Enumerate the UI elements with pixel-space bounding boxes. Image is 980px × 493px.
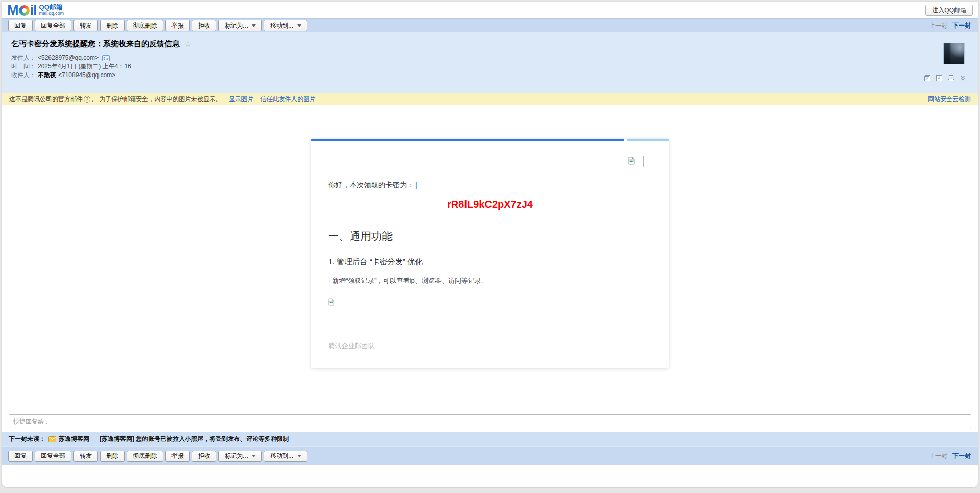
card-accent-border [311, 139, 669, 141]
print-icon[interactable] [947, 75, 955, 82]
attachment-thumbnail[interactable] [943, 43, 965, 64]
greeting-text: 你好，本次领取的卡密为：| [328, 181, 418, 190]
move-to-dropdown[interactable]: 移动到... [264, 20, 307, 31]
qqmail-logo: Mil QQ邮箱 mail.qq.com [7, 4, 64, 17]
warning-text-prefix: 这不是腾讯公司的官方邮件 [9, 95, 83, 104]
warning-text-suffix: 。 为了保护邮箱安全，内容中的图片未被显示。 [91, 95, 222, 104]
mark-as-dropdown[interactable]: 标记为... [218, 20, 262, 31]
next-mail-link[interactable]: 下一封 [952, 22, 971, 29]
mail-content-area: 你好，本次领取的卡密为：| rR8lL9kC2pX7zJ4 一、通用功能 1. … [2, 105, 978, 413]
unread-mail-icon [48, 436, 56, 442]
section-title: 一、通用功能 [328, 229, 393, 243]
top-mail-nav: 上一封下一封 [929, 21, 971, 30]
logo-letters-il: il [30, 4, 37, 17]
forward-button[interactable]: 转发 [74, 451, 98, 462]
time-label: 时 间： [11, 62, 36, 71]
security-warning-bar: 这不是腾讯公司的官方邮件 ? 。 为了保护邮箱安全，内容中的图片未被显示。 显示… [2, 93, 978, 105]
logo-qqmail-label: QQ邮箱 [39, 4, 64, 10]
plain-text-icon[interactable] [924, 75, 931, 82]
to-address: <7108945@qq.com> [58, 71, 115, 80]
card-key-code: rR8lL9kC2pX7zJ4 [311, 199, 669, 210]
mail-signature: 腾讯企业邮团队 [328, 341, 375, 351]
next-unread-bar: 下一封未读： 苏逸博客网 [苏逸博客网] 您的账号已被拉入小黑屋，将受到发布、评… [2, 432, 978, 446]
next-mail-link[interactable]: 下一封 [952, 452, 971, 459]
report-button[interactable]: 举报 [165, 20, 190, 31]
feature-bullet: · 新增“领取记录”，可以查看ip、浏览器、访问等记录。 [328, 276, 488, 285]
contact-card-icon[interactable] [102, 55, 110, 61]
logo-caption: QQ邮箱 mail.qq.com [39, 4, 64, 16]
move-to-dropdown[interactable]: 移动到... [264, 451, 307, 462]
blocked-image-placeholder [627, 156, 644, 167]
top-toolbar: 回复 回复全部 转发 删除 彻底删除 举报 拒收 标记为... 移动到... 上… [2, 18, 978, 32]
logo-circle-icon [19, 5, 30, 16]
text-cursor: | [415, 181, 418, 189]
time-value: 2025年4月1日 (星期二) 上午4：16 [38, 62, 131, 71]
logo-domain-label: mail.qq.com [39, 10, 64, 16]
from-label: 发件人： [11, 54, 36, 62]
delete-button[interactable]: 删除 [100, 20, 125, 31]
broken-image-icon [328, 298, 334, 308]
mail-subject: 乞丐卡密分发系统提醒您：系统收来自的反馈信息 [11, 39, 180, 49]
bottom-whitespace [2, 465, 978, 487]
bottom-mail-nav: 上一封下一封 [929, 452, 971, 460]
enter-qqmail-button[interactable]: 进入QQ邮箱 [925, 5, 973, 16]
brand-bar: Mil QQ邮箱 mail.qq.com 进入QQ邮箱 [2, 2, 978, 18]
forward-button[interactable]: 转发 [74, 20, 98, 31]
mark-as-dropdown[interactable]: 标记为... [218, 451, 262, 462]
trust-sender-images-link[interactable]: 信任此发件人的图片 [260, 95, 315, 104]
next-unread-label: 下一封未读： [9, 435, 45, 443]
mail-meta: 发件人： <52628975@qq.com> 时 间： 2025年4月1日 (星… [11, 54, 978, 80]
collapse-header-icon[interactable] [960, 75, 966, 82]
reply-all-button[interactable]: 回复全部 [35, 451, 71, 462]
delete-button[interactable]: 删除 [100, 451, 125, 462]
broken-image-icon [628, 157, 635, 167]
star-icon[interactable]: ☆ [184, 39, 192, 50]
to-name[interactable]: 不熬夜 [38, 71, 56, 80]
to-label: 收件人： [11, 71, 36, 80]
feature-item-title: 1. 管理后台 “卡密分发” 优化 [328, 257, 423, 267]
unread-sender[interactable]: 苏逸博客网 [59, 435, 89, 443]
report-button[interactable]: 举报 [165, 451, 190, 462]
prev-mail-link[interactable]: 上一封 [929, 22, 947, 29]
delete-completely-button[interactable]: 彻底删除 [127, 451, 163, 462]
reply-button[interactable]: 回复 [8, 20, 33, 31]
bottom-toolbar: 回复 回复全部 转发 删除 彻底删除 举报 拒收 标记为... 移动到... 上… [2, 446, 978, 465]
from-address[interactable]: <52628975@qq.com> [38, 54, 99, 62]
reply-all-button[interactable]: 回复全部 [35, 20, 71, 31]
show-images-link[interactable]: 显示图片 [229, 95, 253, 104]
mail-body-card: 你好，本次领取的卡密为：| rR8lL9kC2pX7zJ4 一、通用功能 1. … [311, 139, 669, 368]
delete-completely-button[interactable]: 彻底删除 [127, 20, 163, 31]
mail-window: Mil QQ邮箱 mail.qq.com 进入QQ邮箱 回复 回复全部 转发 删… [2, 2, 978, 487]
reject-button[interactable]: 拒收 [192, 451, 216, 462]
site-security-scan-link[interactable]: 网站安全云检测 [928, 95, 971, 104]
reject-button[interactable]: 拒收 [192, 20, 216, 31]
logo-letter-m: M [7, 4, 18, 17]
header-action-icons [924, 75, 966, 82]
prev-mail-link[interactable]: 上一封 [929, 452, 947, 459]
save-icon[interactable] [936, 75, 943, 82]
help-icon[interactable]: ? [84, 96, 90, 103]
logo-wordmark: Mil [7, 4, 37, 17]
mail-header: 乞丐卡密分发系统提醒您：系统收来自的反馈信息 ☆ 发件人： <52628975@… [2, 32, 978, 93]
unread-subject[interactable]: [苏逸博客网] 您的账号已被拉入小黑屋，将受到发布、评论等多种限制 [100, 435, 289, 443]
quick-reply-input[interactable] [9, 414, 971, 428]
reply-button[interactable]: 回复 [8, 451, 33, 462]
quick-reply-row [2, 413, 978, 432]
